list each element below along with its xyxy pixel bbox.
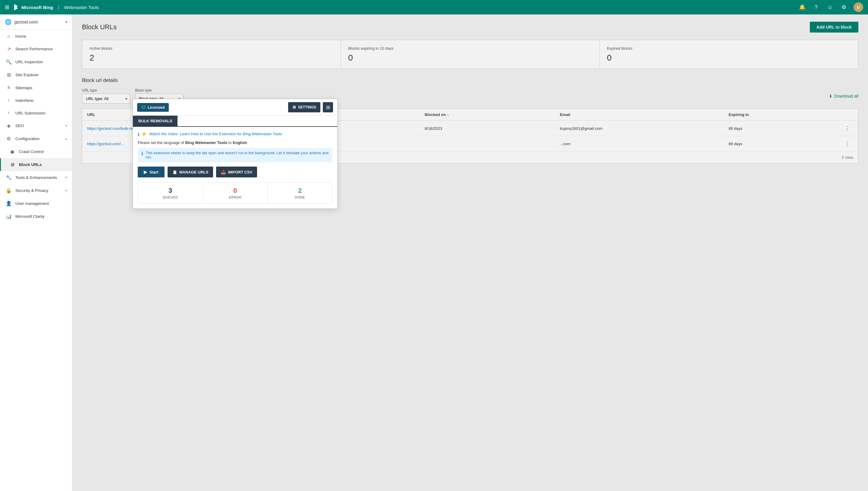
microsoft-clarity-icon: 📊 xyxy=(6,213,12,219)
language-text-after: to xyxy=(227,140,233,145)
sidebar-item-configuration[interactable]: ⚙ Configuration ▴ xyxy=(0,132,72,145)
shield-icon: 🛡 xyxy=(141,105,146,110)
site-name: gsctool.com/ xyxy=(15,20,62,24)
block-urls-icon: ⊘ xyxy=(9,162,16,168)
sidebar-label-indexnow: IndexNow xyxy=(16,98,67,103)
ext-settings-button[interactable]: ⚙ SETTINGS xyxy=(288,102,320,112)
ext-body: ℹ 👉 Watch the Video: Learn How to Use th… xyxy=(133,127,337,208)
language-period: . xyxy=(247,140,248,145)
grid-icon[interactable]: ⊞ xyxy=(5,4,9,10)
bing-icon xyxy=(13,4,19,10)
sitemaps-icon: ≡ xyxy=(6,85,12,90)
app-logo: Microsoft Bing xyxy=(13,4,53,10)
user-management-icon: 👤 xyxy=(6,201,12,206)
site-explorer-icon: ⊞ xyxy=(6,72,12,78)
done-label: DONE xyxy=(272,196,328,199)
avatar[interactable]: U xyxy=(853,2,863,12)
seo-chevron-down-icon: ▾ xyxy=(65,124,67,128)
settings-icon[interactable]: ⚙ xyxy=(840,3,848,11)
overlay xyxy=(72,15,868,491)
error-label: ERROR xyxy=(207,196,263,199)
error-count: 0 xyxy=(207,187,263,195)
sidebar-item-search-performance[interactable]: ↗ Search Performance xyxy=(0,42,72,55)
globe-icon: 🌐 xyxy=(5,19,11,25)
chevron-down-icon: ▾ xyxy=(65,20,67,24)
sidebar: 🌐 gsctool.com/ ▾ ⌂ Home ↗ Search Perform… xyxy=(0,15,72,491)
notifications-icon[interactable]: 🔔 xyxy=(798,3,807,11)
configuration-icon: ⚙ xyxy=(6,136,12,142)
sidebar-item-url-submission[interactable]: ↑ URL Submission xyxy=(0,107,72,119)
sidebar-label-search-performance: Search Performance xyxy=(16,47,67,51)
sidebar-item-crawl-control[interactable]: ◉ Crawl Control xyxy=(0,145,72,158)
sidebar-label-configuration: Configuration xyxy=(16,137,62,141)
sidebar-item-block-urls[interactable]: ⊘ Block URLs xyxy=(0,158,72,171)
ext-stat-queued: 3 QUEUED xyxy=(138,182,203,203)
ext-header: 🛡 Licensed ⚙ SETTINGS ⊞ xyxy=(133,99,337,116)
search-performance-icon: ↗ xyxy=(6,46,12,52)
url-submission-icon: ↑ xyxy=(6,110,12,116)
sidebar-item-site-explorer[interactable]: ⊞ Site Explorer xyxy=(0,68,72,81)
manage-label: MANAGE URLS xyxy=(179,170,208,174)
ext-tabs: BULK REMOVALS xyxy=(133,116,337,127)
separator: | xyxy=(58,4,59,10)
manage-icon: 📋 xyxy=(172,170,177,174)
warning-text: This extension needs to keep the tab ope… xyxy=(146,151,329,160)
sidebar-item-home[interactable]: ⌂ Home xyxy=(0,30,72,42)
import-icon: 📥 xyxy=(221,170,226,174)
ext-header-right: ⚙ SETTINGS ⊞ xyxy=(288,102,333,112)
import-label: IMPORT CSV xyxy=(228,170,252,174)
ext-language-text: Please set the language of Bing Webmaste… xyxy=(138,140,332,145)
ext-licensed-badge: 🛡 Licensed xyxy=(137,103,169,112)
start-label: Start xyxy=(149,170,159,174)
sidebar-label-tools-enhancements: Tools & Enhancements xyxy=(16,175,62,180)
sidebar-item-security-privacy[interactable]: 🔒 Security & Privacy ▾ xyxy=(0,184,72,197)
sidebar-item-microsoft-clarity[interactable]: 📊 Microsoft Clarity xyxy=(0,210,72,223)
play-icon: ▶ xyxy=(144,170,147,174)
tools-enhancements-icon: 🔧 xyxy=(6,175,12,180)
sidebar-label-block-urls: Block URLs xyxy=(19,162,67,167)
language-text-before: Please set the language of xyxy=(138,140,185,145)
sidebar-item-url-inspection[interactable]: 🔍 URL Inspection xyxy=(0,55,72,68)
tools-chevron-down-icon: ▾ xyxy=(65,176,67,179)
ext-grid-button[interactable]: ⊞ xyxy=(323,102,333,112)
indexnow-icon: ↑ xyxy=(6,97,12,103)
security-chevron-down-icon: ▾ xyxy=(65,189,67,193)
ext-warning: ℹ This extension needs to keep the tab o… xyxy=(138,148,332,162)
configuration-chevron-up-icon: ▴ xyxy=(65,137,67,141)
settings-label: SETTINGS xyxy=(298,105,316,109)
sidebar-label-site-explorer: Site Explorer xyxy=(16,73,67,77)
sidebar-item-sitemaps[interactable]: ≡ Sitemaps xyxy=(0,81,72,94)
main-content: Block URLs Add URL to block Active block… xyxy=(72,15,868,491)
ext-start-button[interactable]: ▶ Start xyxy=(138,167,165,177)
url-inspection-icon: 🔍 xyxy=(6,59,12,65)
sidebar-item-indexnow[interactable]: ↑ IndexNow xyxy=(0,94,72,107)
sidebar-item-tools-enhancements[interactable]: 🔧 Tools & Enhancements ▾ xyxy=(0,171,72,184)
sidebar-label-url-submission: URL Submission xyxy=(16,111,67,115)
sidebar-label-user-management: User management xyxy=(16,201,67,206)
ext-buttons: ▶ Start 📋 MANAGE URLS 📥 IMPORT CSV xyxy=(138,167,332,177)
sidebar-label-microsoft-clarity: Microsoft Clarity xyxy=(16,214,67,219)
topnav: ⊞ Microsoft Bing | Webmaster Tools 🔔 ? ☺… xyxy=(0,0,868,15)
help-icon[interactable]: ? xyxy=(812,3,820,11)
ext-manage-button[interactable]: 📋 MANAGE URLS xyxy=(168,167,214,177)
extension-popup: 🛡 Licensed ⚙ SETTINGS ⊞ BULK REMOVALS xyxy=(133,99,338,209)
ext-import-button[interactable]: 📥 IMPORT CSV xyxy=(216,167,257,177)
sidebar-label-sitemaps: Sitemaps xyxy=(16,86,67,90)
topnav-right: 🔔 ? ☺ ⚙ U xyxy=(798,2,863,12)
grid-icon: ⊞ xyxy=(326,105,330,110)
licensed-label: Licensed xyxy=(148,105,165,110)
security-privacy-icon: 🔒 xyxy=(6,187,12,193)
sidebar-item-seo[interactable]: ◈ SEO ▾ xyxy=(0,119,72,132)
ext-stat-error: 0 ERROR xyxy=(203,182,268,203)
ext-stat-done: 2 DONE xyxy=(268,182,332,203)
tool-name: Webmaster Tools xyxy=(64,5,99,10)
home-icon: ⌂ xyxy=(6,33,12,39)
ext-video-link-row: ℹ 👉 Watch the Video: Learn How to Use th… xyxy=(138,132,332,137)
ext-video-link[interactable]: Watch the Video: Learn How to Use the Ex… xyxy=(149,132,282,136)
seo-icon: ◈ xyxy=(6,123,12,128)
ext-tab-bulk-removals[interactable]: BULK REMOVALS xyxy=(133,116,177,126)
sidebar-item-user-management[interactable]: 👤 User management xyxy=(0,197,72,210)
site-selector[interactable]: 🌐 gsctool.com/ ▾ xyxy=(0,15,72,30)
pointing-icon: 👉 xyxy=(142,132,147,136)
feedback-icon[interactable]: ☺ xyxy=(826,3,834,11)
